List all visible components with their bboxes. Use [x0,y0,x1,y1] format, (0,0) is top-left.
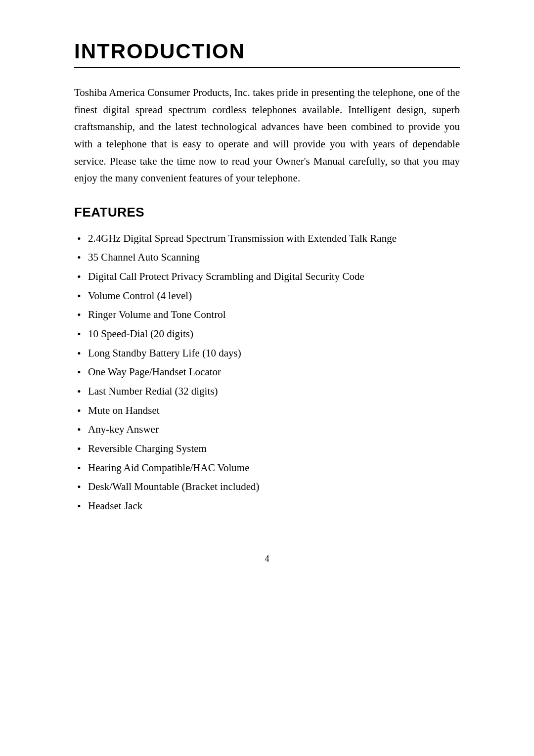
feature-item: 10 Speed-Dial (20 digits) [74,325,460,343]
title-divider [74,67,460,68]
feature-item: One Way Page/Handset Locator [74,363,460,381]
intro-paragraph: Toshiba America Consumer Products, Inc. … [74,84,460,187]
feature-item: Volume Control (4 level) [74,287,460,305]
feature-item: Desk/Wall Mountable (Bracket included) [74,478,460,495]
feature-item: Any-key Answer [74,421,460,438]
features-list: 2.4GHz Digital Spread Spectrum Transmiss… [74,230,460,515]
feature-item: 35 Channel Auto Scanning [74,249,460,266]
feature-item: Reversible Charging System [74,440,460,457]
feature-item: Ringer Volume and Tone Control [74,306,460,323]
feature-item: Long Standby Battery Life (10 days) [74,345,460,362]
features-heading: FEATURES [74,205,460,220]
page-title: INTRODUCTION [74,40,460,63]
feature-item: Hearing Aid Compatible/HAC Volume [74,459,460,477]
feature-item: 2.4GHz Digital Spread Spectrum Transmiss… [74,230,460,247]
page-number: 4 [74,554,460,564]
feature-item: Headset Jack [74,497,460,515]
feature-item: Last Number Redial (32 digits) [74,383,460,400]
page-container: INTRODUCTION Toshiba America Consumer Pr… [54,0,480,604]
feature-item: Digital Call Protect Privacy Scrambling … [74,268,460,285]
feature-item: Mute on Handset [74,402,460,419]
